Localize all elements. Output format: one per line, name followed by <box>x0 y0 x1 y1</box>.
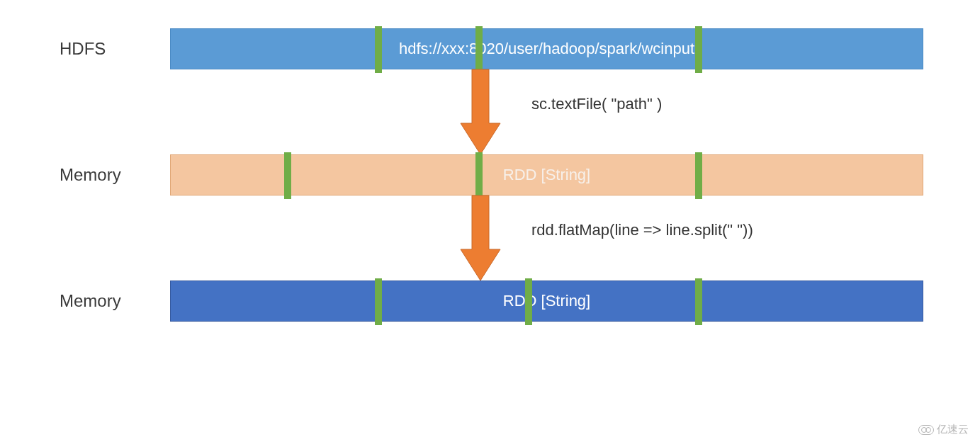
partition-divider <box>695 278 702 325</box>
watermark: 亿速云 <box>918 423 969 436</box>
label-memory-2: Memory <box>50 291 170 311</box>
partition-divider <box>475 152 483 199</box>
partition-divider <box>375 26 382 73</box>
bar-memory-2: RDD [String] <box>170 280 923 322</box>
arrow-zone-1: sc.textFile( "path" ) <box>170 69 923 154</box>
watermark-text: 亿速云 <box>937 423 969 436</box>
bar-memory-1-text: RDD [String] <box>503 166 590 184</box>
svg-marker-1 <box>461 196 500 280</box>
partition-divider <box>695 152 702 199</box>
arrow-zone-2: rdd.flatMap(line => line.split(" ")) <box>170 196 923 280</box>
spark-rdd-diagram: HDFS hdfs://xxx:8020/user/hadoop/spark/w… <box>0 0 980 442</box>
partition-divider <box>695 26 702 73</box>
partition-divider <box>375 278 382 325</box>
arrow-label-2: rdd.flatMap(line => line.split(" ")) <box>531 221 753 239</box>
down-arrow-icon <box>459 68 502 156</box>
svg-marker-0 <box>461 69 500 154</box>
bar-hdfs-text: hdfs://xxx:8020/user/hadoop/spark/wcinpu… <box>399 40 694 58</box>
row-hdfs: HDFS hdfs://xxx:8020/user/hadoop/spark/w… <box>50 28 952 69</box>
partition-divider <box>475 26 483 73</box>
label-hdfs: HDFS <box>50 39 170 59</box>
arrow-label-1: sc.textFile( "path" ) <box>531 95 662 113</box>
bar-memory-1: RDD [String] <box>170 154 923 196</box>
label-memory-1: Memory <box>50 165 170 185</box>
row-memory-2: Memory RDD [String] <box>50 280 952 322</box>
watermark-logo-icon <box>918 425 934 435</box>
down-arrow-icon <box>459 194 502 282</box>
bar-hdfs: hdfs://xxx:8020/user/hadoop/spark/wcinpu… <box>170 28 923 69</box>
bar-memory-2-text: RDD [String] <box>503 292 590 310</box>
partition-divider <box>284 152 291 199</box>
row-memory-1: Memory RDD [String] <box>50 154 952 196</box>
partition-divider <box>525 278 532 325</box>
